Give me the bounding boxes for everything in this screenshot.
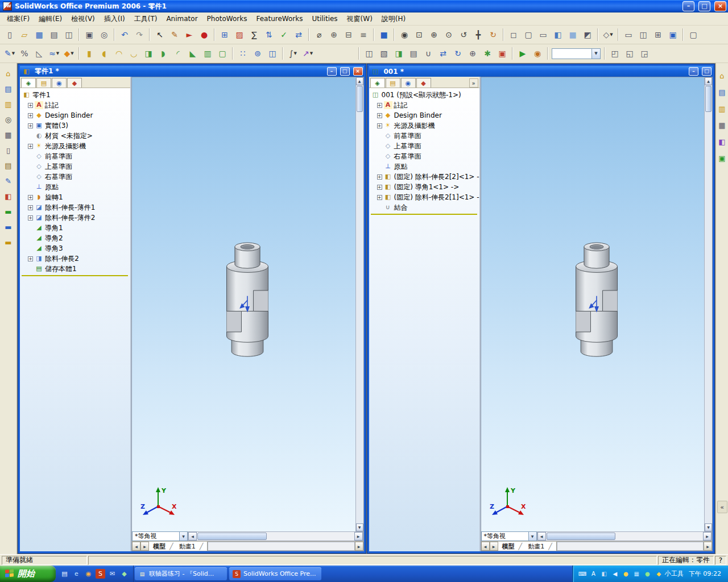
single-viewport-icon[interactable]: ▭ ▼ ▼ bbox=[622, 28, 635, 41]
print-icon[interactable]: ▣ ▼ ▼ bbox=[82, 28, 96, 41]
rotate-component-icon[interactable]: ↻ ▼ ▼ bbox=[451, 47, 465, 60]
viewport-vertical-scrollbar[interactable]: ▲ ▼ bbox=[704, 77, 712, 531]
zoom-to-area-icon[interactable]: ⊡ ▼ ▼ bbox=[412, 28, 426, 41]
viewport-3d[interactable]: Y X Z ▲ ▼ *等角視 ▼ bbox=[131, 77, 364, 551]
smart-dimension-icon[interactable]: ◆ ▼ ▼ bbox=[62, 47, 76, 60]
menu-item[interactable]: 工具(T) bbox=[130, 13, 162, 26]
featureworks-icon[interactable]: ✎ bbox=[3, 175, 14, 186]
select-icon[interactable]: ↖ ▼ ▼ bbox=[153, 28, 167, 41]
zoom-in-out-icon[interactable]: ⊕ ▼ ▼ bbox=[427, 28, 441, 41]
custom-properties-icon[interactable]: ▣ bbox=[717, 152, 728, 164]
tree-item[interactable]: + 前基準面 bbox=[20, 151, 130, 161]
viewport-3d[interactable]: Y X Z ▲ ▼ *等角視 ▼ bbox=[481, 77, 713, 551]
combo-dropdown-icon[interactable]: ▼ bbox=[528, 532, 536, 541]
tab-scroll-right-icon[interactable]: ▶ bbox=[490, 542, 498, 551]
combo-dropdown-icon[interactable]: ▼ bbox=[179, 532, 187, 541]
tab-scroll-right-icon[interactable]: ▶ bbox=[704, 542, 712, 551]
ime-keyboard-icon[interactable]: ⌨ bbox=[578, 569, 587, 578]
home-icon[interactable]: ⌂ bbox=[717, 70, 728, 81]
wireframe-icon[interactable]: ◻ ▼ ▼ bbox=[507, 28, 520, 41]
tree-item[interactable]: + Design Binder bbox=[369, 110, 479, 120]
photoworks-icon[interactable]: ◧ bbox=[3, 190, 14, 202]
outlook-icon[interactable]: ✉ bbox=[107, 569, 117, 579]
menu-item[interactable]: 編輯(E) bbox=[34, 13, 67, 26]
scroll-down-icon[interactable]: ▼ bbox=[705, 523, 712, 531]
featuremanager-tab[interactable]: ◈ bbox=[21, 78, 36, 88]
scroll-up-icon[interactable]: ▲ bbox=[356, 77, 363, 85]
expand-plus-icon[interactable]: + bbox=[377, 174, 382, 180]
shaded-icon[interactable]: ■ ▼ ▼ bbox=[566, 28, 580, 41]
view-orientation-combo[interactable]: *等角視 ▼ bbox=[132, 531, 188, 541]
solidworks-resources-icon[interactable]: ⌂ bbox=[3, 68, 14, 79]
update-references-icon[interactable]: ⇄ ▼ ▼ bbox=[292, 28, 305, 41]
child-restore-button[interactable]: □ bbox=[340, 67, 350, 76]
mass-properties-icon[interactable]: ⊕ ▼ ▼ bbox=[327, 28, 341, 41]
rib-icon[interactable]: ▥ ▼ ▼ bbox=[201, 47, 214, 60]
messenger-icon[interactable]: ● bbox=[643, 569, 652, 578]
rotate-view-icon[interactable]: ↻ ▼ ▼ bbox=[486, 28, 500, 41]
tree-item[interactable]: + 材質 <未指定> bbox=[20, 131, 130, 141]
make-drawing-from-part-icon[interactable]: ▤ ▼ ▼ bbox=[47, 28, 61, 41]
modify-sketch-icon[interactable]: ◺ ▼ ▼ bbox=[32, 47, 46, 60]
menu-item[interactable]: PhotoWorks bbox=[202, 13, 252, 24]
extruded-boss-icon[interactable]: ▮ ▼ ▼ bbox=[82, 47, 96, 60]
fillet-icon[interactable]: ◜ ▼ ▼ bbox=[171, 47, 185, 60]
show-desktop-icon[interactable]: ▤ bbox=[60, 569, 69, 579]
safely-remove-icon[interactable]: ◧ bbox=[600, 569, 609, 578]
command-search-combo[interactable]: ▼ ▼ bbox=[551, 47, 601, 60]
model-tab[interactable]: 模型 bbox=[150, 542, 176, 551]
sketch-icon[interactable]: ✎ ▼ ▼ bbox=[3, 47, 16, 60]
utilities-icon[interactable]: ▬ bbox=[3, 221, 14, 232]
view-orientation-combo[interactable]: *等角視 ▼ bbox=[481, 531, 537, 541]
tab-scroll-left-icon[interactable]: ◀ bbox=[481, 542, 490, 551]
messenger-quick-icon[interactable]: ◆ bbox=[119, 569, 129, 579]
sketch-pencil-icon[interactable]: ✎ ▼ ▼ bbox=[168, 28, 181, 41]
expand-plus-icon[interactable]: + bbox=[377, 103, 382, 108]
linear-pattern-icon[interactable]: ∷ ▼ ▼ bbox=[236, 47, 250, 60]
tree-item[interactable]: + 導角3 bbox=[20, 243, 130, 253]
child-restore-button[interactable]: □ bbox=[702, 67, 712, 76]
physical-dynamics-icon[interactable]: ◉ ▼ ▼ bbox=[531, 47, 544, 60]
language-icon[interactable]: A bbox=[589, 569, 598, 578]
menu-item[interactable]: 檢視(V) bbox=[67, 13, 100, 26]
swept-boss-icon[interactable]: ◠ ▼ ▼ bbox=[112, 47, 126, 60]
note-flag-icon[interactable]: ► ▼ ▼ bbox=[183, 28, 196, 41]
mold-tools-icon[interactable]: ◲ ▼ ▼ bbox=[638, 47, 651, 60]
expand-plus-icon[interactable]: + bbox=[28, 205, 33, 210]
interference-detection-icon[interactable]: ▣ ▼ ▼ bbox=[495, 47, 509, 60]
rollback-bar[interactable] bbox=[22, 275, 128, 276]
zoom-to-fit-icon[interactable]: ◉ ▼ ▼ bbox=[398, 28, 411, 41]
tree-item[interactable]: + 右基準面 bbox=[20, 172, 130, 182]
sheet-metal-icon[interactable]: ◰ ▼ ▼ bbox=[608, 47, 622, 60]
revolved-boss-icon[interactable]: ◖ ▼ ▼ bbox=[97, 47, 111, 60]
expand-plus-icon[interactable]: + bbox=[377, 123, 382, 128]
resources-icon[interactable]: ▤ bbox=[717, 86, 728, 98]
close-button[interactable]: × bbox=[714, 1, 726, 11]
expand-plus-icon[interactable]: + bbox=[28, 103, 33, 108]
zoom-to-selection-icon[interactable]: ⊙ ▼ ▼ bbox=[442, 28, 456, 41]
configurationmanager-tab[interactable]: ◉ bbox=[52, 78, 67, 88]
scroll-thumb[interactable] bbox=[197, 533, 267, 540]
equations-icon[interactable]: ∑ ▼ ▼ bbox=[247, 28, 261, 41]
menu-item[interactable]: FeatureWorks bbox=[251, 13, 307, 24]
viewport-horizontal-scrollbar[interactable]: ◀ ▶ bbox=[537, 531, 713, 541]
tree-item[interactable]: + 導角2 bbox=[20, 233, 130, 243]
tree-item[interactable]: + 旋轉1 bbox=[20, 192, 130, 202]
make-assembly-from-part-icon[interactable]: ◫ ▼ ▼ bbox=[62, 28, 76, 41]
configurationmanager-tab[interactable]: ◉ bbox=[401, 78, 416, 88]
exploded-view-icon[interactable]: ✱ ▼ ▼ bbox=[481, 47, 494, 60]
mate-icon[interactable]: ∪ ▼ ▼ bbox=[421, 47, 435, 60]
design-library-icon[interactable]: ▤ bbox=[3, 83, 14, 94]
extruded-cut-icon[interactable]: ◨ ▼ ▼ bbox=[142, 47, 155, 60]
record-macro-icon[interactable]: ● ▼ ▼ bbox=[197, 28, 211, 41]
animator-icon[interactable]: ▬ bbox=[3, 206, 14, 217]
view-palette-icon[interactable]: ▦ bbox=[3, 129, 14, 140]
expand-plus-icon[interactable]: + bbox=[28, 256, 33, 261]
hidden-lines-visible-icon[interactable]: ▢ ▼ ▼ bbox=[522, 28, 535, 41]
tree-item[interactable]: + (固定) 除料-伸長2[2]<1> -> bbox=[369, 172, 479, 182]
rollback-bar[interactable] bbox=[371, 214, 477, 215]
tab-scroll-left-icon[interactable]: ◀ bbox=[132, 542, 140, 551]
expand-plus-icon[interactable]: + bbox=[28, 215, 33, 221]
section-view-icon[interactable]: ▨ ▼ ▼ bbox=[233, 28, 246, 41]
simulation-icon[interactable]: ▶ ▼ ▼ bbox=[516, 47, 530, 60]
